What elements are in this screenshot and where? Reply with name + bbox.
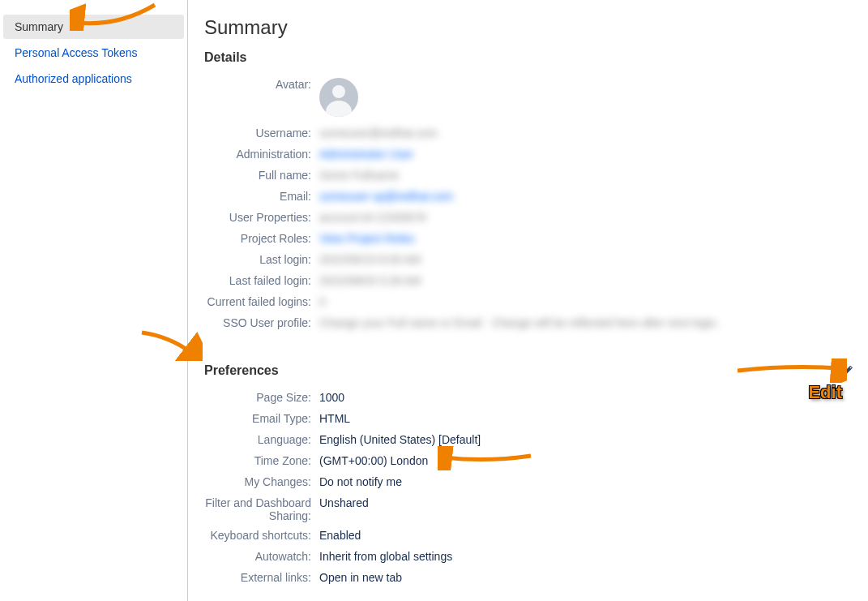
- mychanges-value: Do not notify me: [319, 474, 857, 488]
- preferences-heading: Preferences: [204, 363, 857, 378]
- main-content: Summary Details Avatar: Username: someus…: [188, 0, 868, 601]
- autowatch-label: Autowatch:: [204, 548, 319, 563]
- emailtype-label: Email Type:: [204, 410, 319, 425]
- autowatch-value: Inherit from global settings: [319, 548, 857, 563]
- edit-preferences-button[interactable]: [840, 365, 853, 380]
- language-value: English (United States) [Default]: [319, 431, 857, 446]
- avatar: [319, 78, 358, 117]
- username-value: someuser@redhat.com: [319, 125, 857, 140]
- emailtype-value: HTML: [319, 410, 857, 425]
- pagesize-label: Page Size:: [204, 389, 319, 404]
- details-section: Details Avatar: Username: someuser@redha…: [204, 50, 857, 331]
- language-label: Language:: [204, 431, 319, 446]
- sidebar-item-authorized-applications[interactable]: Authorized applications: [3, 67, 184, 91]
- keyboard-value: Enabled: [319, 527, 857, 542]
- currentfailed-value: 0: [319, 294, 857, 308]
- fullname-value: Some Fullname: [319, 167, 857, 182]
- sidebar: Summary Personal Access Tokens Authorize…: [0, 0, 188, 601]
- fullname-label: Full name:: [204, 167, 319, 182]
- email-label: Email:: [204, 188, 319, 203]
- page-title: Summary: [204, 16, 857, 39]
- keyboard-label: Keyboard shortcuts:: [204, 527, 319, 542]
- lastlogin-label: Last login:: [204, 251, 319, 266]
- sso-value: Change your Full name or Email Change wi…: [319, 315, 857, 329]
- lastfailed-value: 2022/08/03 5:28 AM: [319, 273, 857, 287]
- sidebar-item-summary[interactable]: Summary: [3, 15, 184, 39]
- timezone-label: Time Zone:: [204, 453, 319, 467]
- userprops-label: User Properties:: [204, 209, 319, 224]
- pagesize-value: 1000: [319, 389, 857, 404]
- extlinks-value: Open in new tab: [319, 569, 857, 584]
- administration-value: Administrator User: [319, 146, 857, 161]
- currentfailed-label: Current failed logins:: [204, 294, 319, 308]
- administration-label: Administration:: [204, 146, 319, 161]
- extlinks-label: External links:: [204, 569, 319, 584]
- sso-label: SSO User profile:: [204, 315, 319, 329]
- projectroles-value: View Project Roles: [319, 230, 857, 245]
- username-label: Username:: [204, 125, 319, 140]
- sidebar-item-personal-access-tokens[interactable]: Personal Access Tokens: [3, 41, 184, 65]
- email-value: someuser-sp@redhat.com: [319, 188, 857, 203]
- projectroles-label: Project Roles:: [204, 230, 319, 245]
- mychanges-label: My Changes:: [204, 474, 319, 488]
- avatar-label: Avatar:: [204, 76, 319, 91]
- lastlogin-value: 2022/09/19 8:00 AM: [319, 251, 857, 266]
- pencil-icon: [840, 365, 853, 378]
- details-heading: Details: [204, 50, 857, 65]
- preferences-section: Preferences Page Size: 1000 Email Type: …: [204, 363, 857, 586]
- lastfailed-label: Last failed login:: [204, 273, 319, 287]
- filtershare-value: Unshared: [319, 495, 857, 509]
- filtershare-label: Filter and Dashboard Sharing:: [204, 495, 319, 522]
- timezone-value: (GMT+00:00) London: [319, 453, 857, 467]
- userprops-value: account-id-12345678: [319, 209, 857, 224]
